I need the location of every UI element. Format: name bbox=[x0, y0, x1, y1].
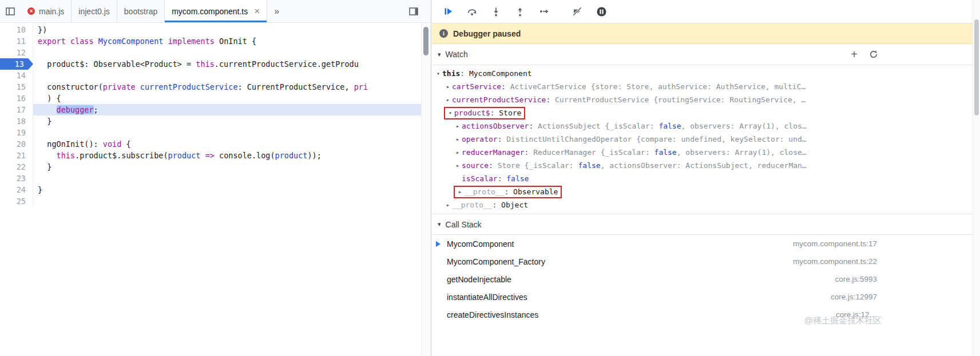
code-text[interactable]: ngOnInit(): void { bbox=[33, 138, 421, 150]
call-stack-frame[interactable]: getNodeInjectablecore.js:5993 bbox=[432, 270, 884, 288]
deactivate-breakpoints-icon[interactable] bbox=[572, 6, 583, 17]
code-line: 12 bbox=[0, 47, 421, 58]
execution-line[interactable]: debugger; bbox=[33, 104, 421, 115]
toggle-navigator-icon[interactable] bbox=[0, 0, 21, 22]
code-text[interactable] bbox=[33, 70, 421, 81]
code-text[interactable]: this.product$.subscribe(product => conso… bbox=[33, 150, 421, 161]
property-name: source bbox=[462, 161, 489, 170]
code-line: 19 bbox=[0, 127, 421, 138]
code-text[interactable]: } bbox=[33, 115, 421, 127]
property-name: __proto__ bbox=[464, 187, 504, 196]
watch-row[interactable]: ▾this: MycomComponent bbox=[432, 67, 884, 80]
call-stack-frame[interactable]: MycomComponent_Factorymycom.component.ts… bbox=[432, 253, 884, 270]
line-number[interactable]: 23 bbox=[0, 173, 33, 184]
property-name: currentProductService bbox=[452, 95, 546, 104]
chevron-right-icon[interactable]: ▸ bbox=[454, 162, 462, 169]
line-number[interactable]: 25 bbox=[0, 195, 33, 207]
call-stack-frame[interactable]: createDirectivesInstancescore.js:12… bbox=[432, 306, 884, 323]
watch-entry: ▸actionsObserver: ActionsSubject {_isSca… bbox=[454, 119, 807, 133]
line-number[interactable]: 24 bbox=[0, 184, 33, 195]
watch-entry: ▸operator: DistinctUntilChangedOperator … bbox=[454, 133, 807, 146]
line-number[interactable]: 10 bbox=[0, 24, 33, 35]
step-icon[interactable] bbox=[538, 6, 550, 17]
debugger-sidebar: i Debugger paused ▾ Watch + ▾this: Mycom… bbox=[432, 0, 980, 356]
watch-section-header[interactable]: ▾ Watch + bbox=[432, 44, 980, 65]
editor-tab-bar: ✕main.jsinject0.jsbootstrapmycom.compone… bbox=[0, 0, 431, 23]
call-stack-frame[interactable]: instantiateAllDirectivescore.js:12997 bbox=[432, 288, 884, 306]
watch-row[interactable]: ▸actionsObserver: ActionsSubject {_isSca… bbox=[432, 119, 884, 133]
chevron-right-icon[interactable]: ▸ bbox=[454, 149, 462, 155]
watch-row[interactable]: ▸cartService: ActiveCartService {store: … bbox=[432, 80, 884, 93]
line-number[interactable]: 12 bbox=[0, 47, 33, 58]
chevron-right-icon[interactable]: ▸ bbox=[444, 202, 452, 208]
code-text[interactable] bbox=[33, 47, 421, 58]
watch-row[interactable]: isScalar: false bbox=[432, 172, 884, 185]
code-line: 13 product$: Observable<Product> = this.… bbox=[0, 58, 421, 70]
line-number[interactable]: 21 bbox=[0, 150, 33, 161]
line-number[interactable]: 11 bbox=[0, 35, 33, 47]
step-over-icon[interactable] bbox=[466, 6, 478, 17]
tab-inject0.js[interactable]: inject0.js bbox=[72, 0, 117, 22]
chevron-right-icon[interactable]: ▸ bbox=[454, 136, 462, 142]
code-text[interactable]: } bbox=[33, 184, 421, 195]
line-number[interactable]: 20 bbox=[0, 138, 33, 150]
code-text[interactable]: export class MycomComponent implements O… bbox=[33, 35, 421, 47]
chevron-right-icon[interactable]: ▸ bbox=[444, 97, 452, 103]
sources-editor-pane: ✕main.jsinject0.jsbootstrapmycom.compone… bbox=[0, 0, 431, 356]
watch-row[interactable]: ▸reducerManager: ReducerManager {_isScal… bbox=[432, 146, 884, 159]
chevron-right-icon[interactable]: ▸ bbox=[444, 83, 452, 90]
watch-row[interactable]: ▸source: Store {_isScalar: false, action… bbox=[432, 159, 884, 172]
step-into-icon[interactable] bbox=[490, 6, 502, 17]
code-text[interactable]: } bbox=[33, 161, 421, 173]
tab-main.js[interactable]: ✕main.js bbox=[21, 0, 72, 22]
frame-location: core.js:12… bbox=[836, 310, 877, 319]
watch-entry: isScalar: false bbox=[454, 172, 529, 185]
chevron-right-icon[interactable]: ▸ bbox=[454, 123, 462, 129]
code-text[interactable] bbox=[33, 195, 421, 207]
refresh-watch-icon[interactable] bbox=[869, 50, 878, 59]
chevron-down-icon[interactable]: ▾ bbox=[434, 70, 442, 77]
tab-mycom.component.ts[interactable]: mycom.component.ts× bbox=[165, 0, 267, 22]
line-number[interactable]: 18 bbox=[0, 115, 33, 127]
line-number[interactable]: 16 bbox=[0, 93, 33, 104]
debugger-toolbar bbox=[432, 0, 980, 23]
code-line: 25 bbox=[0, 195, 421, 207]
watch-row[interactable]: ▸__proto__: Observable bbox=[432, 185, 884, 198]
frame-function: MycomComponent_Factory bbox=[447, 257, 786, 266]
line-number[interactable]: 17 bbox=[0, 104, 33, 115]
code-text[interactable]: product$: Observable<Product> = this.cur… bbox=[33, 58, 421, 70]
call-stack-frame[interactable]: MycomComponentmycom.component.ts:17 bbox=[432, 235, 884, 253]
editor-scrollbar-thumb[interactable] bbox=[423, 27, 428, 55]
code-text[interactable] bbox=[33, 127, 421, 138]
sidebar-scrollbar-thumb[interactable] bbox=[974, 19, 979, 115]
line-number[interactable]: 22 bbox=[0, 161, 33, 173]
code-text[interactable]: }) bbox=[33, 24, 421, 35]
watch-row[interactable]: ▸__proto__: Object bbox=[432, 198, 884, 211]
watch-row[interactable]: ▾product$: Store bbox=[432, 106, 884, 119]
watch-row[interactable]: ▸currentProductService: CurrentProductSe… bbox=[432, 93, 884, 106]
close-icon[interactable]: × bbox=[254, 6, 260, 16]
step-out-icon[interactable] bbox=[514, 6, 526, 17]
code-text[interactable] bbox=[33, 173, 421, 184]
line-number[interactable]: 15 bbox=[0, 81, 33, 93]
sidebar-scrollbar[interactable] bbox=[973, 0, 980, 356]
line-number[interactable]: 19 bbox=[0, 127, 33, 138]
pause-on-exceptions-icon[interactable] bbox=[596, 6, 607, 17]
watch-entry: ▾this: MycomComponent bbox=[434, 67, 532, 80]
code-text[interactable]: constructor(private currentProductServic… bbox=[33, 81, 421, 93]
tab-bootstrap[interactable]: bootstrap bbox=[117, 0, 165, 22]
add-watch-expression-icon[interactable]: + bbox=[851, 49, 858, 60]
frame-function: createDirectivesInstances bbox=[447, 310, 829, 319]
more-tabs-button[interactable]: » bbox=[267, 0, 286, 22]
callstack-section-header[interactable]: ▾ Call Stack bbox=[432, 214, 980, 235]
watch-row[interactable]: ▸operator: DistinctUntilChangedOperator … bbox=[432, 133, 884, 146]
resume-icon[interactable] bbox=[442, 6, 454, 17]
line-number[interactable]: 14 bbox=[0, 70, 33, 81]
chevron-right-icon[interactable]: ▸ bbox=[456, 189, 464, 195]
chevron-down-icon[interactable]: ▾ bbox=[446, 110, 454, 116]
editor-scrollbar[interactable] bbox=[421, 23, 431, 356]
code-area[interactable]: 10})11export class MycomComponent implem… bbox=[0, 23, 421, 356]
code-text[interactable]: ) { bbox=[33, 93, 421, 104]
breakpoint-line-number[interactable]: 13 bbox=[0, 58, 33, 70]
toggle-debugger-pane-icon[interactable] bbox=[409, 0, 418, 23]
